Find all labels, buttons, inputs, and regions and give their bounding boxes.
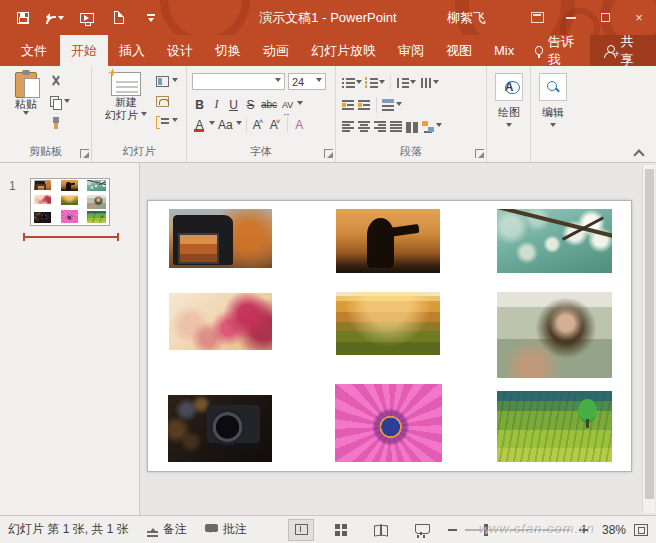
- tab-slideshow[interactable]: 幻灯片放映: [300, 35, 387, 66]
- share-button[interactable]: + 共享: [590, 35, 656, 66]
- align-left-button[interactable]: [342, 119, 355, 134]
- decrease-indent-button[interactable]: [342, 98, 355, 113]
- slide-photo-5[interactable]: [336, 292, 439, 355]
- justify-button[interactable]: [390, 119, 403, 134]
- ribbon-display-options-button[interactable]: [520, 0, 554, 35]
- close-button[interactable]: ×: [622, 0, 656, 35]
- slide-page[interactable]: [147, 200, 632, 472]
- slide-photo-2[interactable]: [336, 209, 439, 274]
- slide-layout-button[interactable]: [156, 74, 178, 88]
- zoom-slider-handle[interactable]: [484, 524, 488, 536]
- change-case-button[interactable]: Aa: [217, 116, 234, 133]
- increase-indent-button[interactable]: [358, 98, 371, 113]
- italic-button[interactable]: I: [209, 96, 224, 113]
- zoom-out-button[interactable]: [448, 529, 457, 531]
- reset-slide-button[interactable]: [156, 94, 178, 108]
- clear-formatting-button[interactable]: A: [292, 116, 307, 133]
- zoom-level[interactable]: 38%: [596, 523, 626, 537]
- font-name-combo[interactable]: [192, 73, 285, 90]
- ribbon-tabs: 文件 开始 插入 设计 切换 动画 幻灯片放映 审阅 视图 Mix 告诉我 + …: [0, 35, 656, 66]
- slides-mini-buttons: [156, 74, 178, 128]
- slide-photo-1[interactable]: [169, 209, 272, 269]
- grow-font-button[interactable]: A˄: [251, 116, 266, 133]
- font-dialog-launcher[interactable]: [324, 149, 333, 158]
- status-bar: 幻灯片 第 1 张, 共 1 张 备注 批注 38% www.cfan.: [0, 515, 656, 543]
- paragraph-dialog-launcher[interactable]: [475, 149, 484, 158]
- minimize-button[interactable]: [554, 0, 588, 35]
- bullets-button[interactable]: [342, 76, 362, 91]
- collapse-ribbon-button[interactable]: [632, 148, 646, 158]
- slide-photo-6[interactable]: [497, 292, 612, 377]
- line-spacing-button[interactable]: [396, 76, 416, 91]
- section-button[interactable]: [156, 114, 178, 128]
- thumb-photo-8: [61, 210, 78, 223]
- chevron-down-icon: [379, 80, 385, 87]
- save-button[interactable]: [14, 9, 32, 27]
- thumb-photo-3: [87, 180, 106, 191]
- reading-view-icon: [374, 525, 388, 535]
- scrollbar-thumb[interactable]: [645, 169, 654, 499]
- reading-view-button[interactable]: [368, 519, 394, 541]
- normal-view-button[interactable]: [288, 519, 314, 541]
- underline-button[interactable]: U: [226, 96, 241, 113]
- zoom-slider[interactable]: [465, 529, 571, 531]
- slideshow-view-button[interactable]: [408, 519, 434, 541]
- smartart-convert-button[interactable]: [422, 119, 442, 134]
- tab-view[interactable]: 视图: [435, 35, 483, 66]
- start-slideshow-button[interactable]: [78, 9, 96, 27]
- text-shadow-button[interactable]: S: [243, 96, 258, 113]
- tab-transitions[interactable]: 切换: [204, 35, 252, 66]
- thumb-photo-4: [34, 195, 51, 205]
- format-painter-button[interactable]: [50, 116, 70, 130]
- zoom-in-button[interactable]: [579, 525, 588, 534]
- align-text-button[interactable]: [382, 98, 402, 113]
- signed-in-user[interactable]: 柳絮飞: [447, 0, 486, 35]
- bold-button[interactable]: B: [192, 96, 207, 113]
- tab-animations[interactable]: 动画: [252, 35, 300, 66]
- font-size-combo[interactable]: 24: [288, 73, 326, 90]
- paste-button[interactable]: 粘贴: [8, 72, 44, 118]
- strikethrough-button[interactable]: abc: [260, 96, 278, 113]
- tab-home[interactable]: 开始: [60, 35, 108, 66]
- slide-sorter-view-button[interactable]: [328, 519, 354, 541]
- tell-me-box[interactable]: 告诉我: [525, 35, 590, 66]
- chevron-down-icon: [356, 80, 362, 87]
- align-right-button[interactable]: [374, 119, 387, 134]
- maximize-button[interactable]: [588, 0, 622, 35]
- slide-photo-4[interactable]: [169, 293, 272, 350]
- new-file-button[interactable]: [110, 9, 128, 27]
- customize-qat-button[interactable]: [142, 9, 160, 27]
- copy-button[interactable]: [50, 95, 70, 109]
- text-direction-button[interactable]: [419, 76, 439, 91]
- align-center-button[interactable]: [358, 119, 371, 134]
- align-text-icon: [382, 99, 395, 111]
- slide-photo-7[interactable]: [168, 395, 272, 463]
- fit-slide-to-window-button[interactable]: [634, 524, 648, 536]
- slide-photo-8[interactable]: [335, 384, 442, 462]
- chevron-down-icon: [506, 123, 512, 130]
- tab-mix[interactable]: Mix: [483, 35, 525, 66]
- notes-toggle[interactable]: 备注: [147, 521, 187, 538]
- new-slide-button[interactable]: 新建 幻灯片: [102, 72, 150, 122]
- cut-button[interactable]: [50, 74, 70, 88]
- font-color-button[interactable]: A: [192, 116, 207, 133]
- tab-review[interactable]: 审阅: [387, 35, 435, 66]
- tab-insert[interactable]: 插入: [108, 35, 156, 66]
- numbering-button[interactable]: [365, 76, 385, 91]
- comments-toggle[interactable]: 批注: [205, 521, 247, 538]
- slide-photo-9[interactable]: [497, 391, 612, 463]
- character-spacing-button[interactable]: AV: [280, 96, 295, 113]
- drawing-button[interactable]: A 绘图: [494, 73, 524, 130]
- clipboard-dialog-launcher[interactable]: [80, 149, 89, 158]
- undo-button[interactable]: [46, 9, 64, 27]
- columns-button[interactable]: [406, 119, 419, 134]
- tab-file[interactable]: 文件: [8, 35, 60, 66]
- editing-button[interactable]: 编辑: [538, 73, 568, 130]
- shrink-font-button[interactable]: A˅: [268, 116, 283, 133]
- slide-1-thumbnail[interactable]: [30, 178, 110, 226]
- slide-editor-canvas[interactable]: [141, 163, 656, 515]
- tab-design[interactable]: 设计: [156, 35, 204, 66]
- font-format-row2: A Aa A˄ A˅ A: [192, 116, 307, 133]
- slide-photo-3[interactable]: [497, 209, 612, 274]
- vertical-scrollbar[interactable]: [642, 165, 655, 513]
